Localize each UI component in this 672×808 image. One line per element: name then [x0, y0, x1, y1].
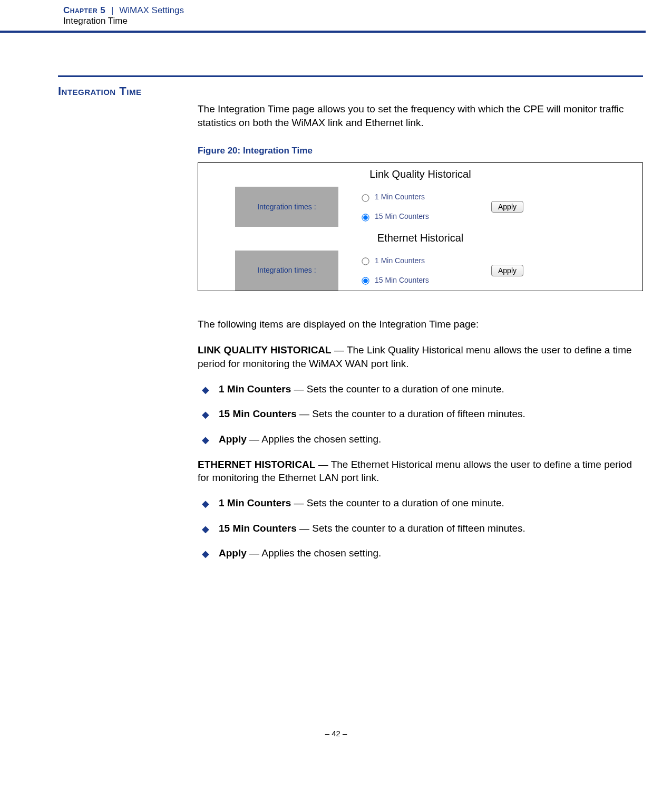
diamond-bullet-icon: ◆: [202, 547, 209, 560]
diamond-bullet-icon: ◆: [202, 497, 209, 510]
section-rule: [58, 75, 643, 77]
apply-button[interactable]: Apply: [491, 201, 523, 213]
chapter-label: Chapter 5: [63, 5, 105, 15]
list-item: ◆1 Min Counters — Sets the counter to a …: [202, 382, 643, 396]
diamond-bullet-icon: ◆: [202, 383, 209, 396]
radio-label: 1 Min Counters: [375, 192, 425, 202]
integration-times-label: Integration times :: [235, 187, 338, 227]
ethernet-heading: ETHERNET HISTORICAL — The Ethernet Histo…: [198, 458, 643, 485]
item-desc: — Sets the counter to a duration of one …: [291, 383, 504, 395]
diamond-bullet-icon: ◆: [202, 434, 209, 446]
figure-row: Integration times : 1 Min Counters 15 Mi…: [198, 251, 642, 291]
list-item: ◆Apply — Applies the chosen setting.: [202, 546, 643, 560]
link-quality-list: ◆1 Min Counters — Sets the counter to a …: [198, 382, 643, 446]
item-term: 15 Min Counters: [219, 408, 297, 419]
integration-times-label: Integration times :: [235, 251, 338, 291]
item-term: 15 Min Counters: [219, 523, 297, 534]
header-rule-thin: [0, 33, 646, 33]
item-desc: — Sets the counter to a duration of fift…: [297, 523, 525, 534]
apply-button[interactable]: Apply: [491, 265, 523, 276]
item-term: Apply: [219, 547, 247, 559]
link-quality-heading: LINK QUALITY HISTORICAL — The Link Quali…: [198, 343, 643, 370]
diamond-bullet-icon: ◆: [202, 523, 209, 535]
item-term: 1 Min Counters: [219, 497, 291, 508]
item-desc: — Sets the counter to a duration of one …: [291, 497, 504, 508]
radio-15min-counters[interactable]: 15 Min Counters: [359, 211, 491, 222]
list-item: ◆15 Min Counters — Sets the counter to a…: [202, 407, 643, 421]
item-desc: — Applies the chosen setting.: [247, 547, 382, 559]
item-desc: — Applies the chosen setting.: [247, 434, 382, 445]
ethernet-list: ◆1 Min Counters — Sets the counter to a …: [198, 496, 643, 560]
intro-paragraph: The Integration Time page allows you to …: [198, 102, 643, 129]
section-heading: Integration Time: [58, 84, 643, 98]
figure-row: Integration times : 1 Min Counters 15 Mi…: [198, 187, 642, 227]
figure-panel-title: Link Quality Historical: [198, 163, 642, 187]
radio-label: 1 Min Counters: [375, 256, 425, 266]
radio-input-1min[interactable]: [362, 258, 369, 265]
radio-label: 15 Min Counters: [375, 211, 429, 222]
radio-input-1min[interactable]: [362, 194, 369, 201]
list-item: ◆15 Min Counters — Sets the counter to a…: [202, 522, 643, 535]
list-item: ◆Apply — Applies the chosen setting.: [202, 432, 643, 446]
diamond-bullet-icon: ◆: [202, 408, 209, 421]
radio-1min-counters[interactable]: 1 Min Counters: [359, 192, 491, 202]
figure-panel-title: Ethernet Historical: [198, 227, 642, 251]
radio-input-15min[interactable]: [362, 277, 369, 285]
radio-1min-counters[interactable]: 1 Min Counters: [359, 256, 491, 266]
item-desc: — Sets the counter to a duration of fift…: [297, 408, 525, 419]
item-term: 1 Min Counters: [219, 383, 291, 395]
chapter-separator: |: [108, 5, 116, 15]
chapter-subtitle: Integration Time: [0, 16, 672, 31]
page-header: Chapter 5 | WiMAX Settings Integration T…: [0, 0, 672, 33]
figure-integration-time: Link Quality Historical Integration time…: [198, 162, 643, 291]
radio-15min-counters[interactable]: 15 Min Counters: [359, 275, 491, 285]
radio-label: 15 Min Counters: [375, 275, 429, 285]
radio-input-15min[interactable]: [362, 214, 369, 221]
list-item: ◆1 Min Counters — Sets the counter to a …: [202, 496, 643, 510]
chapter-title: WiMAX Settings: [119, 5, 184, 15]
group-heading: LINK QUALITY HISTORICAL: [198, 344, 332, 355]
page-number: – 42 –: [0, 729, 672, 738]
item-term: Apply: [219, 434, 247, 445]
figure-caption: Figure 20: Integration Time: [198, 145, 643, 157]
group-heading: ETHERNET HISTORICAL: [198, 459, 315, 470]
following-items-paragraph: The following items are displayed on the…: [198, 318, 643, 331]
